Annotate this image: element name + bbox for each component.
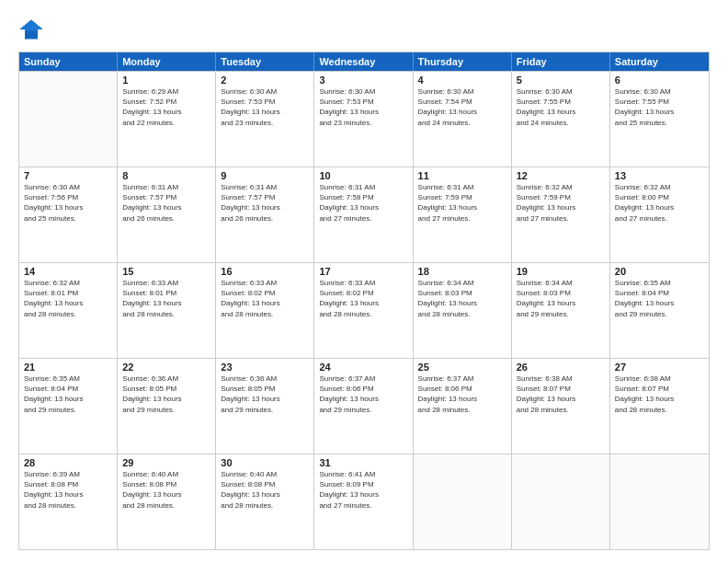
day-number: 12 xyxy=(517,170,605,181)
day-cell-17: 17Sunrise: 6:33 AM Sunset: 8:02 PM Dayli… xyxy=(314,263,413,358)
day-number: 26 xyxy=(517,362,605,373)
day-cell-10: 10Sunrise: 6:31 AM Sunset: 7:58 PM Dayli… xyxy=(314,167,413,262)
day-cell-9: 9Sunrise: 6:31 AM Sunset: 7:57 PM Daylig… xyxy=(216,167,314,262)
day-cell-21: 21Sunrise: 6:35 AM Sunset: 8:04 PM Dayli… xyxy=(19,359,118,454)
day-cell-7: 7Sunrise: 6:30 AM Sunset: 7:56 PM Daylig… xyxy=(19,167,118,262)
day-cell-11: 11Sunrise: 6:31 AM Sunset: 7:59 PM Dayli… xyxy=(414,167,512,262)
day-info: Sunrise: 6:35 AM Sunset: 8:04 PM Dayligh… xyxy=(24,373,112,415)
empty-cell xyxy=(610,454,709,549)
calendar-row: 7Sunrise: 6:30 AM Sunset: 7:56 PM Daylig… xyxy=(19,167,709,262)
day-info: Sunrise: 6:36 AM Sunset: 8:05 PM Dayligh… xyxy=(122,373,210,415)
day-info: Sunrise: 6:41 AM Sunset: 8:09 PM Dayligh… xyxy=(319,469,407,511)
day-info: Sunrise: 6:29 AM Sunset: 7:52 PM Dayligh… xyxy=(122,86,210,128)
day-info: Sunrise: 6:31 AM Sunset: 7:58 PM Dayligh… xyxy=(319,182,407,224)
day-number: 9 xyxy=(221,170,309,181)
day-info: Sunrise: 6:30 AM Sunset: 7:55 PM Dayligh… xyxy=(615,86,704,128)
day-cell-26: 26Sunrise: 6:38 AM Sunset: 8:07 PM Dayli… xyxy=(512,359,610,454)
day-cell-18: 18Sunrise: 6:34 AM Sunset: 8:03 PM Dayli… xyxy=(414,263,512,358)
day-number: 4 xyxy=(418,75,506,86)
day-info: Sunrise: 6:32 AM Sunset: 8:00 PM Dayligh… xyxy=(615,182,704,224)
day-number: 5 xyxy=(517,75,605,86)
day-number: 25 xyxy=(418,362,506,373)
day-info: Sunrise: 6:30 AM Sunset: 7:55 PM Dayligh… xyxy=(517,86,605,128)
day-cell-12: 12Sunrise: 6:32 AM Sunset: 7:59 PM Dayli… xyxy=(512,167,610,262)
svg-marker-1 xyxy=(19,20,42,31)
empty-cell xyxy=(19,72,118,167)
header-cell-wednesday: Wednesday xyxy=(314,52,413,71)
day-number: 1 xyxy=(122,75,210,86)
header-cell-monday: Monday xyxy=(118,52,216,71)
day-info: Sunrise: 6:32 AM Sunset: 7:59 PM Dayligh… xyxy=(517,182,605,224)
day-number: 10 xyxy=(319,170,407,181)
day-number: 14 xyxy=(24,266,112,277)
calendar-row: 1Sunrise: 6:29 AM Sunset: 7:52 PM Daylig… xyxy=(19,71,709,167)
day-cell-30: 30Sunrise: 6:40 AM Sunset: 8:08 PM Dayli… xyxy=(216,454,314,549)
day-cell-14: 14Sunrise: 6:32 AM Sunset: 8:01 PM Dayli… xyxy=(19,263,118,358)
day-number: 22 xyxy=(122,362,210,373)
day-info: Sunrise: 6:30 AM Sunset: 7:54 PM Dayligh… xyxy=(418,86,506,128)
day-cell-13: 13Sunrise: 6:32 AM Sunset: 8:00 PM Dayli… xyxy=(610,167,709,262)
day-cell-23: 23Sunrise: 6:36 AM Sunset: 8:05 PM Dayli… xyxy=(216,359,314,454)
day-info: Sunrise: 6:30 AM Sunset: 7:53 PM Dayligh… xyxy=(319,86,407,128)
day-cell-31: 31Sunrise: 6:41 AM Sunset: 8:09 PM Dayli… xyxy=(314,454,413,549)
day-cell-16: 16Sunrise: 6:33 AM Sunset: 8:02 PM Dayli… xyxy=(216,263,314,358)
day-cell-19: 19Sunrise: 6:34 AM Sunset: 8:03 PM Dayli… xyxy=(512,263,610,358)
calendar-row: 21Sunrise: 6:35 AM Sunset: 8:04 PM Dayli… xyxy=(19,358,709,454)
header-cell-tuesday: Tuesday xyxy=(216,52,314,71)
page: SundayMondayTuesdayWednesdayThursdayFrid… xyxy=(0,0,728,563)
day-cell-22: 22Sunrise: 6:36 AM Sunset: 8:05 PM Dayli… xyxy=(118,359,216,454)
day-info: Sunrise: 6:36 AM Sunset: 8:05 PM Dayligh… xyxy=(221,373,309,415)
day-cell-2: 2Sunrise: 6:30 AM Sunset: 7:53 PM Daylig… xyxy=(216,72,314,167)
day-info: Sunrise: 6:31 AM Sunset: 7:57 PM Dayligh… xyxy=(122,182,210,224)
day-info: Sunrise: 6:34 AM Sunset: 8:03 PM Dayligh… xyxy=(517,278,605,319)
day-info: Sunrise: 6:37 AM Sunset: 8:06 PM Dayligh… xyxy=(319,373,407,415)
empty-cell xyxy=(512,454,610,549)
day-number: 7 xyxy=(24,170,112,181)
calendar-header: SundayMondayTuesdayWednesdayThursdayFrid… xyxy=(19,52,709,71)
day-number: 17 xyxy=(319,266,407,277)
day-info: Sunrise: 6:40 AM Sunset: 8:08 PM Dayligh… xyxy=(122,469,210,511)
day-number: 27 xyxy=(615,362,704,373)
day-info: Sunrise: 6:38 AM Sunset: 8:07 PM Dayligh… xyxy=(517,373,605,415)
calendar-row: 14Sunrise: 6:32 AM Sunset: 8:01 PM Dayli… xyxy=(19,262,709,358)
day-info: Sunrise: 6:38 AM Sunset: 8:07 PM Dayligh… xyxy=(615,373,704,415)
day-number: 30 xyxy=(221,457,309,468)
day-info: Sunrise: 6:33 AM Sunset: 8:01 PM Dayligh… xyxy=(122,278,210,319)
day-number: 31 xyxy=(319,457,407,468)
day-number: 24 xyxy=(319,362,407,373)
header-cell-thursday: Thursday xyxy=(414,52,512,71)
day-number: 11 xyxy=(418,170,506,181)
header-cell-saturday: Saturday xyxy=(610,52,709,71)
header xyxy=(18,17,710,42)
day-info: Sunrise: 6:40 AM Sunset: 8:08 PM Dayligh… xyxy=(221,469,309,511)
day-number: 15 xyxy=(122,266,210,277)
day-cell-25: 25Sunrise: 6:37 AM Sunset: 8:06 PM Dayli… xyxy=(414,359,512,454)
day-cell-8: 8Sunrise: 6:31 AM Sunset: 7:57 PM Daylig… xyxy=(118,167,216,262)
day-cell-5: 5Sunrise: 6:30 AM Sunset: 7:55 PM Daylig… xyxy=(512,72,610,167)
day-info: Sunrise: 6:39 AM Sunset: 8:08 PM Dayligh… xyxy=(24,469,112,511)
logo xyxy=(18,17,48,42)
header-cell-sunday: Sunday xyxy=(19,52,118,71)
calendar-row: 28Sunrise: 6:39 AM Sunset: 8:08 PM Dayli… xyxy=(19,454,709,549)
day-cell-29: 29Sunrise: 6:40 AM Sunset: 8:08 PM Dayli… xyxy=(118,454,216,549)
day-cell-15: 15Sunrise: 6:33 AM Sunset: 8:01 PM Dayli… xyxy=(118,263,216,358)
calendar-body: 1Sunrise: 6:29 AM Sunset: 7:52 PM Daylig… xyxy=(19,71,709,549)
empty-cell xyxy=(414,454,512,549)
day-number: 8 xyxy=(122,170,210,181)
day-number: 19 xyxy=(517,266,605,277)
logo-icon xyxy=(18,17,44,42)
day-info: Sunrise: 6:31 AM Sunset: 7:57 PM Dayligh… xyxy=(221,182,309,224)
day-number: 6 xyxy=(615,75,704,86)
day-cell-3: 3Sunrise: 6:30 AM Sunset: 7:53 PM Daylig… xyxy=(314,72,413,167)
day-info: Sunrise: 6:37 AM Sunset: 8:06 PM Dayligh… xyxy=(418,373,506,415)
day-info: Sunrise: 6:30 AM Sunset: 7:56 PM Dayligh… xyxy=(24,182,112,224)
day-number: 23 xyxy=(221,362,309,373)
calendar: SundayMondayTuesdayWednesdayThursdayFrid… xyxy=(18,52,710,550)
day-number: 20 xyxy=(615,266,704,277)
day-number: 28 xyxy=(24,457,112,468)
day-number: 2 xyxy=(221,75,309,86)
day-cell-1: 1Sunrise: 6:29 AM Sunset: 7:52 PM Daylig… xyxy=(118,72,216,167)
day-number: 3 xyxy=(319,75,407,86)
header-cell-friday: Friday xyxy=(512,52,610,71)
day-cell-28: 28Sunrise: 6:39 AM Sunset: 8:08 PM Dayli… xyxy=(19,454,118,549)
